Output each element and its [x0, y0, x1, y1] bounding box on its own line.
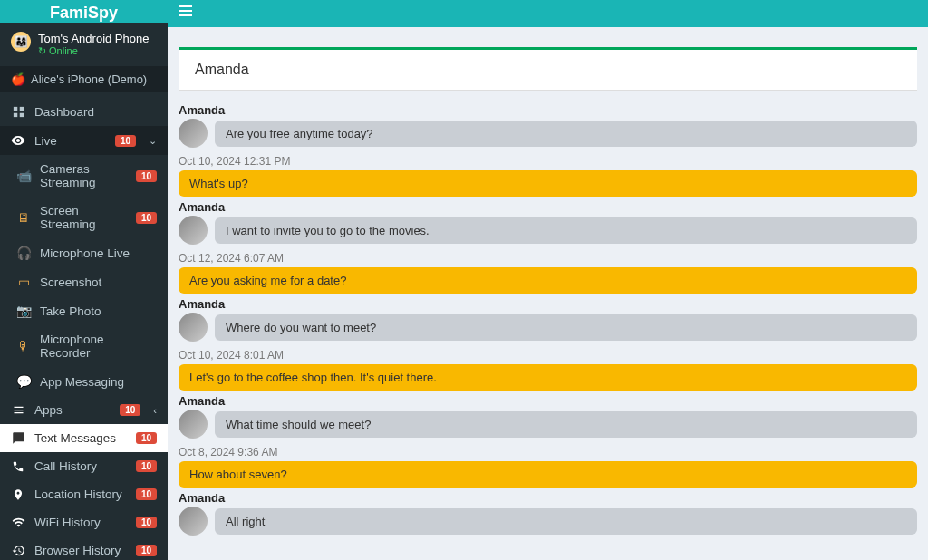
tablet-icon: ▭	[16, 275, 31, 289]
nav-wifi-history[interactable]: WiFi History 10	[0, 508, 168, 536]
sidebar: FamiSpy 👨‍👩‍👧 Tom's Android Phone ↻ Onli…	[0, 0, 168, 560]
topbar	[168, 0, 928, 27]
message-timestamp: Oct 12, 2024 6:07 AM	[179, 252, 917, 265]
message-bubble: All right	[215, 508, 917, 535]
message-row: What time should we meet?	[179, 410, 917, 439]
contact-avatar	[179, 507, 208, 536]
chevron-down-icon: ⌄	[149, 135, 157, 147]
message-bubble: Are you free anytime today?	[215, 121, 917, 147]
message-bubble: How about seven?	[179, 461, 917, 488]
nav-dashboard[interactable]: Dashboard	[0, 98, 168, 126]
nav-live-sublist: 📹 Cameras Streaming 10 🖥 Screen Streamin…	[0, 155, 168, 396]
message-timestamp: Oct 10, 2024 8:01 AM	[179, 349, 917, 362]
message-row: What's up?	[179, 170, 917, 197]
nav-app-messaging[interactable]: 💬 App Messaging	[0, 367, 168, 396]
svg-rect-1	[19, 107, 23, 111]
nav-live[interactable]: Live 10 ⌄	[0, 126, 168, 155]
camera-icon: 📹	[16, 169, 31, 183]
contact-avatar	[179, 410, 208, 439]
device-status: ↻ Online	[38, 45, 149, 57]
nav-take-photo[interactable]: 📷 Take Photo	[0, 296, 168, 325]
nav-list: Dashboard Live 10 ⌄ 📹 Cameras Streaming …	[0, 98, 168, 560]
current-device[interactable]: 👨‍👩‍👧 Tom's Android Phone ↻ Online	[0, 23, 168, 66]
brand-logo[interactable]: FamiSpy	[0, 0, 168, 23]
message-bubble: Are you asking me for a date?	[179, 267, 917, 294]
chevron-left-icon: ‹	[153, 405, 157, 416]
nav-apps[interactable]: Apps 10 ‹	[0, 396, 168, 424]
message-bubble: What time should we meet?	[215, 411, 917, 438]
message-row: Are you free anytime today?	[179, 119, 917, 148]
message-row: Let's go to the coffee shop then. It's q…	[179, 364, 917, 391]
svg-rect-2	[13, 113, 16, 117]
phone-icon	[11, 460, 25, 473]
main-content: Amanda AmandaAre you free anytime today?…	[168, 0, 928, 560]
history-icon	[11, 544, 25, 557]
chat-area: AmandaAre you free anytime today?Oct 10,…	[168, 96, 928, 548]
sender-name: Amanda	[179, 103, 917, 117]
message-row: How about seven?	[179, 461, 917, 488]
sender-name: Amanda	[179, 297, 917, 311]
eye-icon	[11, 133, 25, 148]
message-row: All right	[179, 507, 917, 536]
nav-screen-streaming[interactable]: 🖥 Screen Streaming 10	[0, 197, 168, 238]
message-timestamp: Oct 10, 2024 12:31 PM	[179, 155, 917, 168]
apple-icon: 🍎	[11, 72, 25, 86]
message-timestamp: Oct 8, 2024 9:36 AM	[179, 446, 917, 459]
wifi-icon	[11, 516, 25, 529]
sender-name: Amanda	[179, 394, 917, 408]
nav-cameras-streaming[interactable]: 📹 Cameras Streaming 10	[0, 155, 168, 197]
contact-avatar	[179, 216, 208, 245]
message-bubble: Where do you want to meet?	[215, 314, 917, 341]
contact-avatar	[179, 313, 208, 342]
nav-text-messages[interactable]: Text Messages 10	[0, 424, 168, 452]
pin-icon	[11, 488, 25, 501]
svg-rect-0	[13, 107, 16, 111]
nav-browser-history[interactable]: Browser History 10	[0, 536, 168, 560]
message-bubble: What's up?	[179, 170, 917, 197]
monitor-icon: 🖥	[16, 210, 31, 225]
message-row: Are you asking me for a date?	[179, 267, 917, 294]
demo-device-link[interactable]: 🍎 Alice's iPhone (Demo)	[0, 66, 168, 92]
message-bubble: Let's go to the coffee shop then. It's q…	[179, 364, 917, 391]
messages-icon	[11, 431, 25, 445]
message-row: Where do you want to meet?	[179, 313, 917, 342]
chat-icon: 💬	[16, 374, 31, 389]
contact-avatar	[179, 119, 208, 148]
device-avatar-icon: 👨‍👩‍👧	[11, 32, 31, 52]
badge: 10	[115, 135, 136, 147]
nav-screenshot[interactable]: ▭ Screenshot	[0, 267, 168, 296]
content-area: Amanda AmandaAre you free anytime today?…	[168, 27, 928, 560]
demo-device-label: Alice's iPhone (Demo)	[31, 72, 147, 86]
mic-icon: 🎙	[16, 339, 31, 353]
svg-rect-3	[19, 113, 23, 117]
nav-location-history[interactable]: Location History 10	[0, 480, 168, 508]
list-icon	[11, 403, 25, 417]
menu-toggle-button[interactable]	[179, 5, 192, 16]
message-row: I want to invite you to go to the movies…	[179, 216, 917, 245]
photo-icon: 📷	[16, 304, 31, 318]
chat-title: Amanda	[179, 50, 917, 91]
sender-name: Amanda	[179, 491, 917, 505]
message-bubble: I want to invite you to go to the movies…	[215, 217, 917, 244]
headphones-icon: 🎧	[16, 246, 31, 260]
nav-call-history[interactable]: Call History 10	[0, 452, 168, 480]
device-name: Tom's Android Phone	[38, 32, 149, 45]
nav-microphone-live[interactable]: 🎧 Microphone Live	[0, 238, 168, 267]
sender-name: Amanda	[179, 200, 917, 214]
nav-microphone-recorder[interactable]: 🎙 Microphone Recorder	[0, 325, 168, 367]
dashboard-icon	[11, 105, 25, 119]
